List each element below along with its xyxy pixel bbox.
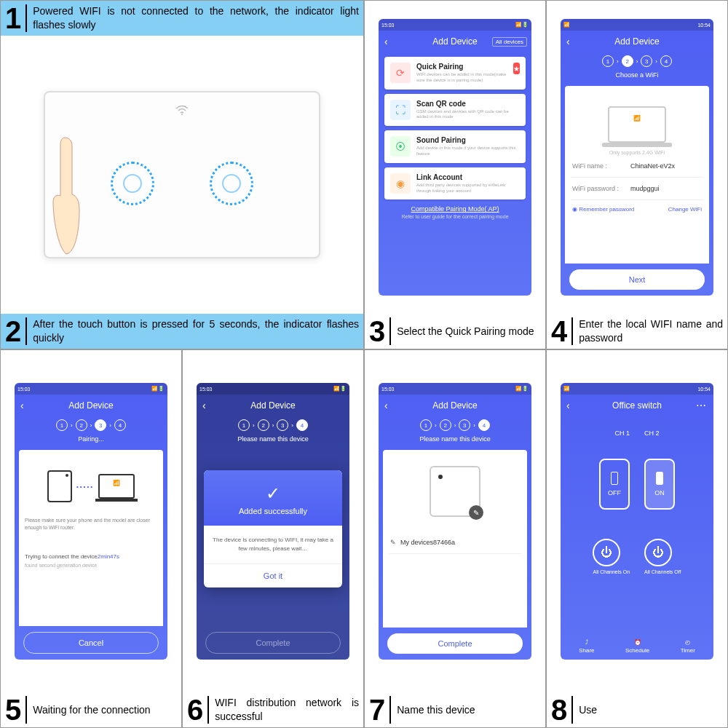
device-thumbnail: ✎ bbox=[430, 466, 480, 517]
back-icon[interactable]: ‹ bbox=[20, 400, 24, 411]
wifi-name-row[interactable]: WiFi name :ChinaNet-eV2x bbox=[571, 155, 703, 178]
edit-icon[interactable]: ✎ bbox=[469, 505, 483, 520]
complete-button[interactable]: Complete bbox=[205, 632, 341, 654]
step-4-caption: 4 Enter the local WIFI name and password bbox=[547, 314, 727, 349]
progress-stepper: 1›2›3›4 bbox=[561, 52, 713, 70]
phone-mock-success: 15:03📶🔋 ‹Add Device 1›2›3›4 Please name … bbox=[197, 383, 349, 660]
compat-mode-link[interactable]: Compatible Pairing Mode( AP) bbox=[379, 205, 531, 213]
change-wifi-link[interactable]: Change WiFi bbox=[668, 206, 702, 213]
router-icon: 📶 bbox=[608, 106, 666, 143]
all-off-button[interactable]: ⏻ bbox=[644, 539, 672, 566]
phone-mock-pairing-list: 15:03📶🔋 ‹Add DeviceAll devices ⟳ Quick P… bbox=[379, 19, 531, 296]
wifi-password-row[interactable]: WiFi password :mudpggui bbox=[571, 178, 703, 200]
back-icon[interactable]: ‹ bbox=[202, 400, 206, 411]
share-button[interactable]: ⤴Share bbox=[579, 639, 594, 654]
hand-icon bbox=[44, 130, 88, 276]
next-button[interactable]: Next bbox=[569, 269, 705, 290]
complete-button[interactable]: Complete bbox=[387, 633, 523, 654]
qr-icon: ⛶ bbox=[390, 100, 411, 120]
remember-password-checkbox[interactable]: ◉ Remember password bbox=[572, 206, 634, 213]
nav-title: Add Device bbox=[432, 36, 477, 47]
phone-mock-naming: 15:03📶🔋 ‹Add Device 1›2›3›4 Please name … bbox=[379, 383, 531, 660]
panel-step-8: 📶10:54 ‹Office switch⋯ CH 1CH 2 OFF ON ⏻… bbox=[546, 349, 728, 728]
step-6-caption: 6 WIFI distribution network is successfu… bbox=[183, 692, 363, 727]
option-scan-qr[interactable]: ⛶ Scan QR codeGSM devices and devices wi… bbox=[384, 94, 526, 127]
timer-button[interactable]: ◴Timer bbox=[681, 639, 695, 654]
option-link-account[interactable]: ◉ Link AccountAdd third party devices su… bbox=[384, 167, 526, 200]
check-icon: ✓ bbox=[210, 483, 336, 504]
step-number: 2 bbox=[5, 317, 21, 346]
back-icon[interactable]: ‹ bbox=[384, 400, 388, 411]
phone-mock-wifi-form: 📶10:54 ‹Add Device 1›2›3›4 Choose a WiFi… bbox=[561, 19, 713, 296]
panel-step-5: 15:03📶🔋 ‹Add Device 1›2›3›4 Pairing... •… bbox=[0, 349, 182, 728]
switch-illustration bbox=[1, 36, 363, 314]
nav-title: Office switch bbox=[612, 400, 662, 411]
pairing-hint: Refer to user guide for the correct pair… bbox=[379, 214, 531, 219]
quick-pairing-icon: ⟳ bbox=[390, 63, 411, 83]
step-number: 1 bbox=[5, 4, 21, 33]
nav-title: Add Device bbox=[614, 36, 659, 47]
connecting-illustration: ••••• 📶 bbox=[25, 470, 157, 502]
touch-button-1[interactable] bbox=[111, 162, 154, 205]
all-devices-link[interactable]: All devices bbox=[492, 37, 527, 47]
sound-icon: ⦿ bbox=[390, 136, 411, 157]
all-on-button[interactable]: ⏻ bbox=[593, 539, 620, 566]
link-icon: ◉ bbox=[390, 173, 411, 194]
phone-mock-connecting: 15:03📶🔋 ‹Add Device 1›2›3›4 Pairing... •… bbox=[15, 383, 167, 660]
channel-2-toggle[interactable]: ON bbox=[644, 459, 675, 510]
schedule-button[interactable]: ⏰Schedule bbox=[625, 639, 649, 654]
cancel-button[interactable]: Cancel bbox=[23, 632, 159, 654]
step-2-caption: 2 After the touch button is pressed for … bbox=[1, 314, 363, 349]
clock-icon: ⏰ bbox=[634, 639, 641, 646]
step-7-caption: 7 Name this device bbox=[365, 692, 545, 727]
panel-step-4: 📶10:54 ‹Add Device 1›2›3›4 Choose a WiFi… bbox=[546, 0, 728, 349]
timer-icon: ◴ bbox=[685, 639, 690, 646]
step-3-caption: 3 Select the Quick Pairing mode bbox=[365, 314, 545, 349]
panel-step-6: 15:03📶🔋 ‹Add Device 1›2›3›4 Please name … bbox=[182, 349, 364, 728]
panel-step-7: 15:03📶🔋 ‹Add Device 1›2›3›4 Please name … bbox=[364, 349, 546, 728]
wifi-icon bbox=[175, 106, 189, 119]
step-1-caption: 1 Powered WIFI is not connected to the n… bbox=[1, 1, 363, 36]
choose-wifi-label: Choose a WiFi bbox=[561, 70, 713, 83]
success-modal: ✓Added successfully The device is connec… bbox=[204, 470, 342, 587]
panel-step-1-2: 1 Powered WIFI is not connected to the n… bbox=[0, 0, 364, 349]
step-text: After the touch button is pressed for 5 … bbox=[33, 317, 359, 345]
back-icon[interactable]: ‹ bbox=[566, 400, 570, 411]
share-icon: ⤴ bbox=[585, 639, 588, 646]
option-quick-pairing[interactable]: ⟳ Quick PairingWIFI devices can be added… bbox=[384, 57, 526, 90]
svg-point-0 bbox=[181, 114, 183, 115]
more-icon[interactable]: ⋯ bbox=[693, 399, 709, 412]
pairing-label: Pairing... bbox=[15, 434, 167, 447]
back-icon[interactable]: ‹ bbox=[566, 36, 570, 47]
touch-button-2[interactable] bbox=[210, 162, 253, 205]
option-sound-pairing[interactable]: ⦿ Sound PairingAdd device in this mode i… bbox=[384, 130, 526, 163]
got-it-button[interactable]: Got it bbox=[204, 563, 342, 587]
step-8-caption: 8 Use bbox=[547, 692, 727, 727]
device-name-input[interactable]: ✎My devices87466a bbox=[389, 531, 521, 554]
phone-mock-control: 📶10:54 ‹Office switch⋯ CH 1CH 2 OFF ON ⏻… bbox=[561, 383, 713, 660]
channel-1-toggle[interactable]: OFF bbox=[599, 459, 630, 510]
panel-step-3: 15:03📶🔋 ‹Add DeviceAll devices ⟳ Quick P… bbox=[364, 0, 546, 349]
status-icons: 📶🔋 bbox=[515, 22, 529, 28]
back-icon[interactable]: ‹ bbox=[384, 36, 388, 47]
recommended-badge: ★ bbox=[513, 63, 520, 74]
step-5-caption: 5 Waiting for the connection bbox=[1, 692, 181, 727]
step-text: Powered WIFI is not connected to the net… bbox=[33, 4, 359, 32]
countdown-timer: 2min47s bbox=[98, 553, 119, 560]
